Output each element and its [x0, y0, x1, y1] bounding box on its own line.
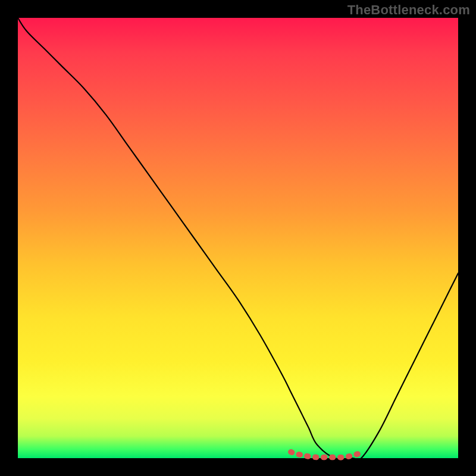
plot-area	[18, 18, 458, 458]
curve-svg	[18, 18, 458, 458]
bottleneck-curve-path	[18, 18, 458, 461]
chart-frame: TheBottleneck.com	[0, 0, 476, 476]
watermark-text: TheBottleneck.com	[347, 2, 470, 18]
